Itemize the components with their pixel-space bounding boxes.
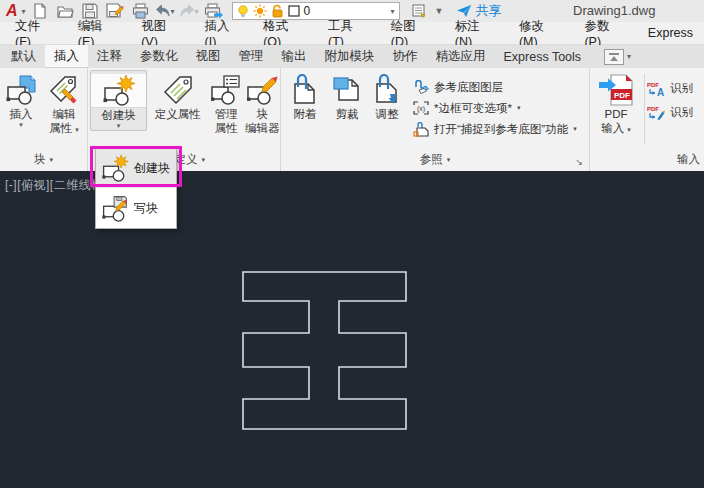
frames-option-label: *边框可变选项* bbox=[434, 101, 512, 116]
panel-reference-label[interactable]: 参照▾ ↘ bbox=[281, 148, 589, 171]
chevron-down-icon[interactable]: ▾ bbox=[627, 52, 631, 61]
undo-button[interactable]: ▾ bbox=[155, 4, 175, 18]
insert-block-icon bbox=[5, 73, 37, 107]
svg-text:PDF: PDF bbox=[614, 91, 630, 100]
menu-view[interactable]: 视图(V) bbox=[130, 22, 193, 44]
create-block-dropdown: 创建块 写块 bbox=[95, 147, 177, 229]
define-attributes-button[interactable]: 定义属性 bbox=[147, 70, 208, 121]
menu-edit[interactable]: 编辑(E) bbox=[67, 22, 130, 44]
chevron-down-icon: ▾ bbox=[117, 122, 121, 130]
menu-express[interactable]: Express bbox=[637, 22, 704, 44]
insert-block-button[interactable]: 插入 ▾ bbox=[0, 70, 42, 129]
panel-import-body: PDF PDF 输入 ▾ PDFA 识别 PDF 识别 bbox=[590, 68, 704, 148]
ribbon-tab-bar: 默认 插入 注释 参数化 视图 管理 输出 附加模块 协作 精选应用 Expre… bbox=[0, 45, 704, 68]
attach-button[interactable]: 附着 bbox=[283, 70, 327, 121]
clip-button[interactable]: 剪裁 bbox=[327, 70, 367, 121]
panel-import: PDF PDF 输入 ▾ PDFA 识别 PDF 识别 bbox=[590, 68, 704, 171]
menu-format[interactable]: 格式(O) bbox=[252, 22, 317, 44]
chevron-down-icon[interactable]: ▼ bbox=[435, 6, 444, 16]
create-block-label: 创建块 bbox=[101, 108, 136, 122]
tab-manage[interactable]: 管理 bbox=[230, 45, 273, 68]
edit-attributes-label-line1: 编辑 bbox=[53, 107, 76, 121]
panel-reference-body: 附着 剪裁 调整 参考底图图层 bbox=[281, 68, 589, 148]
chevron-down-icon[interactable]: ▾ bbox=[22, 7, 26, 16]
chevron-down-icon[interactable]: ▾ bbox=[391, 7, 395, 16]
panel-reference: 附着 剪裁 调整 参考底图图层 bbox=[281, 68, 590, 171]
pdf-recognize-text-icon: PDFA bbox=[647, 81, 665, 96]
tab-default[interactable]: 默认 bbox=[2, 45, 45, 68]
tab-collaborate[interactable]: 协作 bbox=[384, 45, 427, 68]
underlay-layers-label: 参考底图图层 bbox=[434, 80, 503, 95]
menu-draw[interactable]: 绘图(D) bbox=[380, 22, 444, 44]
menu-parametric[interactable]: 参数(P) bbox=[573, 22, 636, 44]
divider bbox=[644, 74, 645, 144]
svg-text:PDF: PDF bbox=[647, 106, 659, 112]
adjust-label: 调整 bbox=[376, 107, 399, 121]
tab-express-tools[interactable]: Express Tools bbox=[495, 45, 591, 68]
panel-block-label[interactable]: 块▾ bbox=[0, 148, 87, 171]
menu-file[interactable]: 文件(F) bbox=[4, 22, 67, 44]
underlay-layers-button[interactable]: 参考底图图层 bbox=[413, 77, 577, 97]
snap-underlay-icon bbox=[413, 122, 429, 137]
chevron-down-icon[interactable]: ▾ bbox=[195, 7, 199, 16]
panel-import-label[interactable]: 输入 bbox=[590, 148, 704, 171]
chevron-down-icon: ▾ bbox=[49, 156, 53, 164]
manage-attributes-icon bbox=[210, 73, 242, 107]
chevron-down-icon: ▾ bbox=[627, 126, 631, 133]
recognize-sketch-button[interactable]: PDF 识别 bbox=[647, 102, 693, 122]
dropdown-item-create-block-label: 创建块 bbox=[134, 160, 170, 177]
menu-insert[interactable]: 插入(I) bbox=[194, 22, 253, 44]
attach-icon bbox=[289, 73, 321, 107]
recognize-text-label: 识别 bbox=[670, 81, 693, 96]
block-editor-button[interactable]: 块 编辑器 bbox=[245, 70, 280, 135]
snap-to-underlay-button[interactable]: 打开“捕捉到参考底图”功能 ▾ bbox=[413, 119, 577, 139]
tab-view[interactable]: 视图 bbox=[187, 45, 230, 68]
ribbon-minimize-button[interactable]: ▾ bbox=[604, 45, 631, 68]
manage-attributes-label-line1: 管理 bbox=[215, 107, 238, 121]
chevron-down-icon: ▾ bbox=[447, 156, 451, 164]
menu-modify[interactable]: 修改(M) bbox=[508, 22, 573, 44]
pdf-import-button[interactable]: PDF PDF 输入 ▾ bbox=[590, 70, 642, 135]
menu-dimension[interactable]: 标注(N) bbox=[444, 22, 508, 44]
tab-parametric[interactable]: 参数化 bbox=[131, 45, 187, 68]
tab-output[interactable]: 输出 bbox=[273, 45, 316, 68]
tab-addins[interactable]: 附加模块 bbox=[316, 45, 384, 68]
create-block-button[interactable]: 创建块 ▾ bbox=[90, 70, 147, 131]
chevron-down-icon: ▾ bbox=[573, 125, 577, 133]
manage-attributes-label-line2: 属性 bbox=[215, 121, 238, 135]
pdf-import-icon: PDF bbox=[598, 73, 634, 107]
adjust-button[interactable]: 调整 bbox=[367, 70, 407, 121]
share-plane-icon bbox=[456, 4, 472, 18]
tab-annotate[interactable]: 注释 bbox=[88, 45, 131, 68]
layer-color-swatch-icon bbox=[288, 5, 300, 17]
chevron-down-icon[interactable]: ▾ bbox=[171, 7, 175, 16]
underlay-layers-icon bbox=[413, 80, 429, 95]
dropdown-item-write-block-label: 写块 bbox=[134, 200, 158, 217]
layer-select[interactable]: 0 ▾ bbox=[232, 2, 400, 20]
recognize-text-button[interactable]: PDFA 识别 bbox=[647, 78, 693, 98]
redo-button[interactable]: ▾ bbox=[179, 4, 199, 18]
edit-attributes-button[interactable]: 编辑 属性 ▾ bbox=[42, 70, 86, 135]
tab-insert[interactable]: 插入 bbox=[45, 45, 88, 68]
chevron-down-icon: ▾ bbox=[201, 156, 205, 164]
svg-text:A: A bbox=[657, 87, 664, 96]
layer-unlock-icon bbox=[271, 4, 284, 18]
frames-option-button[interactable]: (x) *边框可变选项* ▾ bbox=[413, 98, 577, 118]
reference-options: 参考底图图层 (x) *边框可变选项* ▾ 打开“捕捉到参考底图”功能 ▾ bbox=[413, 70, 577, 139]
manage-attributes-button[interactable]: 管理 属性 bbox=[208, 70, 244, 135]
tab-featured-apps[interactable]: 精选应用 bbox=[427, 45, 495, 68]
pdf-import-label-line1: PDF bbox=[605, 107, 628, 121]
menu-bar: 文件(F) 编辑(E) 视图(V) 插入(I) 格式(O) 工具(T) 绘图(D… bbox=[0, 22, 704, 45]
define-attributes-label: 定义属性 bbox=[155, 107, 201, 121]
open-file-button[interactable] bbox=[55, 2, 76, 21]
menu-tools[interactable]: 工具(T) bbox=[317, 22, 380, 44]
ribbon-minimize-icon bbox=[604, 49, 624, 65]
block-editor-label-line1: 块 bbox=[257, 107, 269, 121]
layer-name: 0 bbox=[304, 4, 387, 18]
dialog-launcher-icon[interactable]: ↘ bbox=[575, 157, 583, 167]
dropdown-item-create-block[interactable]: 创建块 bbox=[96, 148, 176, 188]
dropdown-item-write-block[interactable]: 写块 bbox=[96, 188, 176, 228]
block-editor-label-line2: 编辑器 bbox=[245, 121, 280, 135]
block-editor-icon bbox=[246, 73, 278, 107]
wang-shape-outline[interactable] bbox=[243, 272, 406, 429]
